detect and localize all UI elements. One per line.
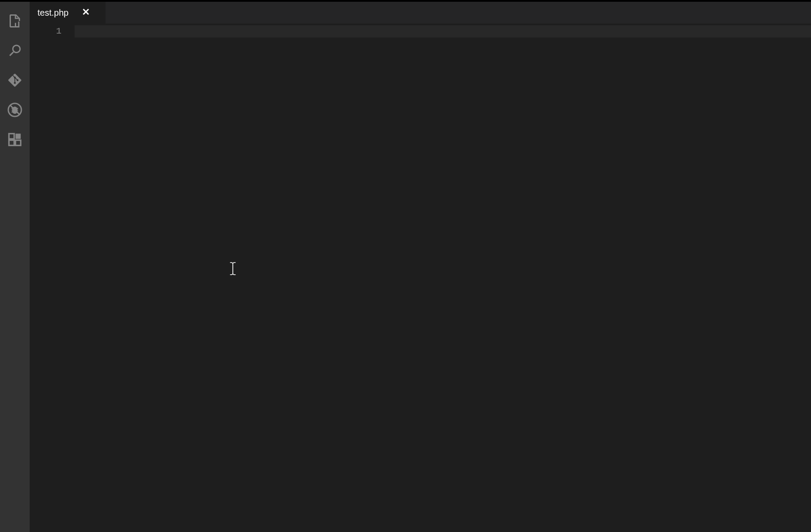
tab-test-php[interactable]: test.php (30, 2, 106, 24)
line-gutter: 1 (30, 24, 75, 532)
activity-bar (0, 2, 30, 532)
svg-rect-2 (9, 134, 14, 139)
line-number: 1 (30, 25, 75, 38)
activity-search[interactable] (0, 37, 30, 66)
svg-rect-4 (16, 140, 21, 146)
tab-bar: test.php (30, 2, 811, 24)
extensions-icon (7, 132, 23, 149)
editor-area: test.php 1 (30, 2, 811, 532)
close-icon (82, 8, 89, 17)
svg-rect-5 (16, 134, 21, 139)
editor-content: 1 (30, 24, 811, 532)
debug-icon (7, 102, 23, 119)
activity-extensions[interactable] (0, 126, 30, 155)
code-editor[interactable] (75, 24, 811, 532)
tab-close-button[interactable] (82, 8, 90, 17)
main-container: test.php 1 (0, 2, 811, 532)
files-icon (7, 13, 23, 31)
activity-explorer[interactable] (0, 7, 30, 37)
activity-source-control[interactable] (0, 66, 30, 96)
search-icon (7, 43, 23, 60)
svg-rect-3 (9, 140, 14, 146)
tab-label: test.php (37, 8, 68, 18)
current-line-highlight (75, 25, 811, 38)
activity-debug[interactable] (0, 96, 30, 126)
git-icon (7, 72, 23, 90)
